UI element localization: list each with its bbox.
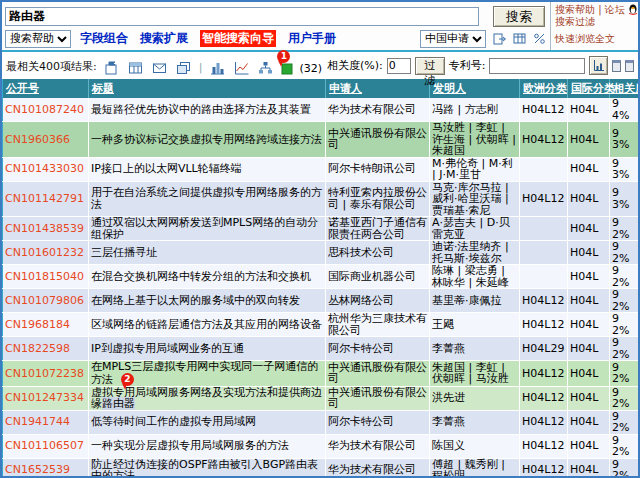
publication-number[interactable]: CN101247334 xyxy=(3,386,89,410)
applicant-cell: 阿尔卡特公司 xyxy=(326,410,430,434)
chart-axis-button[interactable] xyxy=(589,56,607,75)
table-row[interactable]: CN101433030IP接口上的以太网VLL轮辐终端阿尔卡特朗讯公司M·弗伦奇… xyxy=(3,157,639,181)
publication-number[interactable]: CN101106507 xyxy=(3,434,89,458)
intl-classification: H04L xyxy=(568,458,610,478)
intl-classification: H04L xyxy=(568,217,610,241)
table-row[interactable]: CN1941744低等待时间工作的虚拟专用局域网阿尔卡特公司李菁燕H04L12H… xyxy=(3,410,639,434)
flag-document-icon[interactable] xyxy=(104,61,119,75)
grid-icon[interactable] xyxy=(513,32,526,45)
relevance-value: 92% xyxy=(610,386,639,410)
column-header[interactable]: 国际分类 xyxy=(568,79,610,98)
table-row[interactable]: CN1652539防止经过伪连接的OSPF路由被引入BGP路由表中的方法华为技术… xyxy=(3,458,639,478)
intl-classification: H04L xyxy=(568,313,610,337)
search-help-select[interactable]: 搜索帮助 xyxy=(5,30,71,48)
intl-classification: H04L xyxy=(568,157,610,181)
table-window-icon[interactable] xyxy=(128,61,143,75)
nav-link[interactable]: 智能搜索向导 xyxy=(200,30,276,47)
patent-title[interactable]: IP到虚拟专用局域网业务的互通 xyxy=(89,337,326,361)
publication-number[interactable]: CN1960366 xyxy=(3,122,89,158)
patent-title[interactable]: 用于在自治系统之间提供虚拟专用网络服务的方法 xyxy=(89,181,326,217)
patent-title[interactable]: 三层任播寻址 xyxy=(89,241,326,265)
green-square-icon[interactable]: 1 xyxy=(281,63,293,75)
patent-title[interactable]: 区域网络的链路层通信方法及其应用的网络设备 xyxy=(89,313,326,337)
search-button[interactable]: 搜索 xyxy=(493,6,545,27)
patent-title[interactable]: 最短路径优先协议中的路由选择方法及其装置 xyxy=(89,98,326,122)
publication-number[interactable]: CN1941744 xyxy=(3,410,89,434)
column-header[interactable]: 相关度▼ xyxy=(610,79,639,98)
search-help-forum-link[interactable]: 搜索帮助 | 论坛 xyxy=(555,4,635,16)
table-row[interactable]: CN1968184区域网络的链路层通信方法及其应用的网络设备杭州华为三康技术有限… xyxy=(3,313,639,337)
table-row[interactable]: CN101087240最短路径优先协议中的路由选择方法及其装置华为技术有限公司冯… xyxy=(3,98,639,122)
patent-title[interactable]: 通过双宿以太网网桥发送到MPLS网络的自动分组保护 xyxy=(89,217,326,241)
table-row[interactable]: CN101079806在网络上基于以太网的服务域中的双向转发丛林网络公司基里蒂·… xyxy=(3,289,639,313)
applicant-cell: 中兴通讯股份有限公司 xyxy=(326,386,430,410)
publication-number[interactable]: CN101433030 xyxy=(3,157,89,181)
publication-number[interactable]: CN101142791 xyxy=(3,181,89,217)
inventors-cell: 马汝胜 | 李虹 | 许生海 | 伏朝晖 | 朱超国 xyxy=(430,122,520,158)
inventors-cell: 陈国义 xyxy=(430,434,520,458)
nav-link[interactable]: 用户手册 xyxy=(288,30,336,47)
relevance-value: 92% xyxy=(610,265,639,289)
publication-number[interactable]: CN1652539 xyxy=(3,458,89,478)
patent-title[interactable]: 低等待时间工作的虚拟专用局域网 xyxy=(89,410,326,434)
stats-icon[interactable] xyxy=(533,32,546,45)
column-header[interactable]: 标题 xyxy=(89,79,326,98)
patent-title[interactable]: 在网络上基于以太网的服务域中的双向转发 xyxy=(89,289,326,313)
bar-chart-icon[interactable] xyxy=(210,61,225,75)
panel-icon-2[interactable] xyxy=(625,60,634,72)
envelope-icon[interactable] xyxy=(152,61,167,75)
eu-classification: H04L12 xyxy=(520,386,568,410)
publication-number[interactable]: CN101601232 xyxy=(3,241,89,265)
patent-title[interactable]: 在MPLS三层虚拟专用网中实现同一子网通信的方法2 xyxy=(89,361,326,387)
table-row[interactable]: CN101106507一种实现分层虚拟专用局域网服务的方法华为技术有限公司陈国义… xyxy=(3,434,639,458)
applicant-cell: 华为技术有限公司 xyxy=(326,458,430,478)
relevance-input[interactable] xyxy=(387,58,411,74)
annotation-badge-1: 1 xyxy=(277,50,290,63)
column-header[interactable]: 发明人 xyxy=(430,79,520,98)
column-header[interactable]: 申请人 xyxy=(326,79,430,98)
table-row[interactable]: CN1822598IP到虚拟专用局域网业务的互通阿尔卡特公司李菁燕H04L29H… xyxy=(3,337,639,361)
column-header[interactable]: 欧洲分类 xyxy=(520,79,568,98)
column-header[interactable]: 公开号 xyxy=(3,79,89,98)
tree-nodes-icon[interactable] xyxy=(258,61,273,75)
patent-title[interactable]: IP接口上的以太网VLL轮辐终端 xyxy=(89,157,326,181)
table-row[interactable]: CN1960366一种多协议标记交换虚拟专用网络跨域连接方法中兴通讯股份有限公司… xyxy=(3,122,639,158)
table-row[interactable]: CN101601232三层任播寻址思科技术公司迪诺·法里纳齐 | 托马斯·埃兹尔… xyxy=(3,241,639,265)
eu-classification: H04L12 xyxy=(520,313,568,337)
patent-number-input[interactable] xyxy=(489,58,585,74)
patent-title[interactable]: 一种多协议标记交换虚拟专用网络跨域连接方法 xyxy=(89,122,326,158)
nav-link[interactable]: 搜索扩展 xyxy=(140,30,188,47)
search-row: 搜索 xyxy=(2,2,550,28)
panel-icon-1[interactable] xyxy=(612,60,621,72)
publication-number[interactable]: CN101072238 xyxy=(3,361,89,387)
results-toolbar: 最相关400项结果: | 1 (32) 相关度(%): xyxy=(2,50,638,79)
patent-title[interactable]: 防止经过伪连接的OSPF路由被引入BGP路由表中的方法 xyxy=(89,458,326,478)
marked-count: (32) xyxy=(299,62,322,75)
nav-link[interactable]: 字段组合 xyxy=(80,30,128,47)
relevance-value: 92% xyxy=(610,217,639,241)
export-icon[interactable] xyxy=(493,32,506,45)
quick-browse-link[interactable]: 快速浏览全文 xyxy=(555,33,635,45)
publication-number[interactable]: CN101079806 xyxy=(3,289,89,313)
filter-button[interactable]: 过滤 xyxy=(415,57,445,75)
search-input[interactable] xyxy=(5,7,479,26)
publication-number[interactable]: CN1968184 xyxy=(3,313,89,337)
table-row[interactable]: CN101815040在混合交换机网络中转发分组的方法和交换机国际商业机器公司陈… xyxy=(3,265,639,289)
table-row[interactable]: CN101072238在MPLS三层虚拟专用网中实现同一子网通信的方法2中兴通讯… xyxy=(3,361,639,387)
table-row[interactable]: CN101247334虚拟专用局域网服务网络及实现方法和提供商边缘路由器中兴通讯… xyxy=(3,386,639,410)
applicant-cell: 阿尔卡特朗讯公司 xyxy=(326,157,430,181)
copy-window-icon[interactable] xyxy=(176,61,191,75)
patent-title[interactable]: 在混合交换机网络中转发分组的方法和交换机 xyxy=(89,265,326,289)
search-filter-link[interactable]: 搜索过滤 xyxy=(555,16,635,28)
inventors-cell: 迪诺·法里纳齐 | 托马斯·埃兹尔 xyxy=(430,241,520,265)
table-row[interactable]: CN101438539通过双宿以太网网桥发送到MPLS网络的自动分组保护诺基亚西… xyxy=(3,217,639,241)
publication-number[interactable]: CN101815040 xyxy=(3,265,89,289)
line-chart-icon[interactable] xyxy=(234,61,249,75)
intl-classification: H04L xyxy=(568,361,610,387)
table-row[interactable]: CN101142791用于在自治系统之间提供虚拟专用网络服务的方法特利亚索内拉股… xyxy=(3,181,639,217)
publication-number[interactable]: CN1822598 xyxy=(3,337,89,361)
patent-title[interactable]: 一种实现分层虚拟专用局域网服务的方法 xyxy=(89,434,326,458)
publication-number[interactable]: CN101087240 xyxy=(3,98,89,122)
publication-number[interactable]: CN101438539 xyxy=(3,217,89,241)
scope-select[interactable]: 中国申请 xyxy=(420,30,486,48)
